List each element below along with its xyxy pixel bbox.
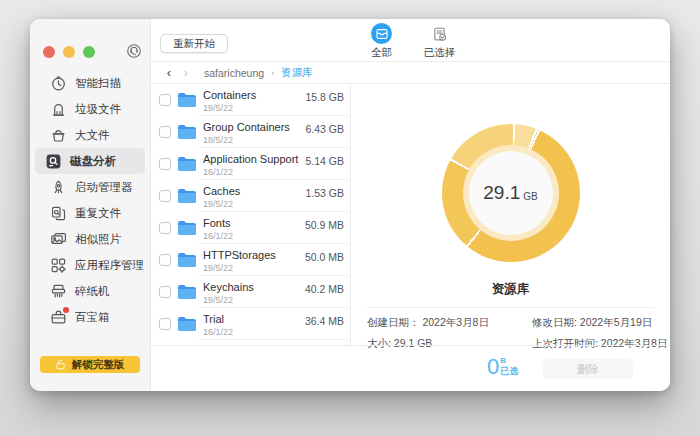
selected-size-value: 0	[487, 355, 499, 379]
unlock-full-version-button[interactable]: 解锁完整版	[40, 356, 140, 373]
sidebar-item-big-files[interactable]: 大文件	[35, 122, 145, 148]
sidebar-item-label: 启动管理器	[75, 180, 133, 195]
folder-size: 6.43 GB	[305, 123, 344, 135]
close-window-button[interactable]	[43, 46, 55, 58]
selected-files-icon	[430, 23, 449, 44]
info-line: 创建日期： 2022年3月8日	[367, 316, 524, 330]
sidebar-item-disk-analysis[interactable]: 磁盘分析	[35, 148, 145, 174]
table-row[interactable]: Keychains19/5/2240.2 MB	[151, 276, 350, 308]
folder-name: Fonts	[203, 217, 231, 229]
folder-date: 18/5/22	[203, 135, 233, 145]
startup-manager-icon	[50, 179, 67, 196]
bottom-bar: 0 B 已选 删除	[151, 345, 670, 391]
breadcrumb-current[interactable]: 资源库	[281, 66, 313, 80]
sidebar-item-label: 垃圾文件	[75, 102, 121, 117]
content: Containers19/5/2215.8 GBGroup Containers…	[151, 84, 670, 345]
folder-name: Trial	[203, 313, 224, 325]
forward-button[interactable]: ›	[181, 66, 191, 79]
minimize-window-button[interactable]	[63, 46, 75, 58]
row-checkbox[interactable]	[159, 286, 171, 298]
support-icon[interactable]	[126, 43, 142, 59]
folder-date: 16/1/22	[203, 167, 233, 177]
shredder-icon	[50, 283, 67, 300]
sidebar: 智能扫描垃圾文件大文件磁盘分析启动管理器重复文件相似照片应用程序管理碎纸机百宝箱…	[30, 19, 151, 391]
table-row[interactable]: Trial16/1/2236.4 MB	[151, 308, 350, 340]
chart-title: 资源库	[351, 281, 670, 298]
folder-size: 50.0 MB	[305, 251, 344, 263]
row-checkbox[interactable]	[159, 222, 171, 234]
folder-icon	[177, 220, 197, 236]
folder-date: 19/5/22	[203, 263, 233, 273]
total-size-value: 29.1	[483, 182, 520, 204]
row-checkbox[interactable]	[159, 190, 171, 202]
tab-label: 已选择	[424, 46, 456, 60]
junk-files-icon	[50, 101, 67, 118]
folder-date: 16/1/22	[203, 327, 233, 337]
zoom-window-button[interactable]	[83, 46, 95, 58]
table-row[interactable]: Containers19/5/2215.8 GB	[151, 84, 350, 116]
sidebar-item-smart-scan[interactable]: 智能扫描	[35, 70, 145, 96]
row-checkbox[interactable]	[159, 254, 171, 266]
back-button[interactable]: ‹	[164, 66, 174, 79]
folder-icon	[177, 124, 197, 140]
view-tabs: 全部已选择	[362, 23, 460, 60]
row-checkbox[interactable]	[159, 94, 171, 106]
big-files-icon	[50, 127, 67, 144]
sidebar-item-duplicate-files[interactable]: 重复文件	[35, 200, 145, 226]
folder-name: HTTPStorages	[203, 249, 276, 261]
sidebar-item-label: 重复文件	[75, 206, 121, 221]
table-row[interactable]: Group Containers18/5/226.43 GB	[151, 116, 350, 148]
sidebar-item-app-manager[interactable]: 应用程序管理	[35, 252, 145, 278]
sidebar-item-label: 应用程序管理	[75, 258, 144, 273]
table-row[interactable]: Application Support16/1/225.14 GB	[151, 148, 350, 180]
sidebar-item-label: 智能扫描	[75, 76, 121, 91]
row-checkbox[interactable]	[159, 158, 171, 170]
folder-icon	[177, 92, 197, 108]
folder-name: Application Support	[203, 153, 298, 165]
sidebar-item-label: 碎纸机	[75, 284, 110, 299]
unlock-icon	[56, 359, 65, 370]
sidebar-item-label: 相似照片	[75, 232, 121, 247]
folder-date: 19/5/22	[203, 295, 233, 305]
total-size-unit: GB	[523, 191, 537, 202]
info-line: 修改日期: 2022年5月19日	[532, 316, 667, 330]
donut-center: 29.1 GB	[469, 151, 553, 235]
similar-photos-icon	[50, 231, 67, 248]
selected-size-indicator: 0 B 已选	[487, 355, 518, 379]
selected-size-label: 已选	[500, 367, 518, 376]
sidebar-item-junk-files[interactable]: 垃圾文件	[35, 96, 145, 122]
restart-button[interactable]: 重新开始	[160, 34, 228, 53]
folder-date: 19/5/22	[203, 103, 233, 113]
table-row[interactable]: Fonts16/1/2250.9 MB	[151, 212, 350, 244]
sidebar-item-label: 磁盘分析	[70, 154, 116, 169]
tab-selected[interactable]: 已选择	[420, 23, 460, 60]
toolbox-icon	[50, 309, 67, 326]
table-row[interactable]: Caches19/5/221.53 GB	[151, 180, 350, 212]
row-checkbox[interactable]	[159, 126, 171, 138]
storage-donut-chart[interactable]: 29.1 GB	[442, 124, 580, 262]
folder-name: Containers	[203, 89, 256, 101]
app-manager-icon	[50, 257, 67, 274]
folder-icon	[177, 252, 197, 268]
folder-size: 40.2 MB	[305, 283, 344, 295]
tab-all[interactable]: 全部	[362, 23, 402, 60]
folder-icon	[177, 284, 197, 300]
folder-icon	[177, 156, 197, 172]
table-row[interactable]: HTTPStorages19/5/2250.0 MB	[151, 244, 350, 276]
sidebar-item-shredder[interactable]: 碎纸机	[35, 278, 145, 304]
breadcrumb-user[interactable]: safaricheung	[204, 67, 264, 79]
sidebar-item-toolbox[interactable]: 百宝箱	[35, 304, 145, 330]
folder-size: 1.53 GB	[305, 187, 344, 199]
folder-size: 36.4 MB	[305, 315, 344, 327]
unlock-label: 解锁完整版	[72, 358, 125, 372]
delete-button[interactable]: 删除	[543, 359, 633, 379]
folder-date: 16/1/22	[203, 231, 233, 241]
sidebar-item-label: 百宝箱	[75, 310, 110, 325]
row-checkbox[interactable]	[159, 318, 171, 330]
folder-icon	[177, 188, 197, 204]
sidebar-item-similar-photos[interactable]: 相似照片	[35, 226, 145, 252]
sidebar-item-startup-manager[interactable]: 启动管理器	[35, 174, 145, 200]
window-controls	[43, 46, 95, 58]
breadcrumb: ‹ › safaricheung › 资源库	[151, 62, 670, 84]
sidebar-nav: 智能扫描垃圾文件大文件磁盘分析启动管理器重复文件相似照片应用程序管理碎纸机百宝箱	[30, 70, 150, 330]
